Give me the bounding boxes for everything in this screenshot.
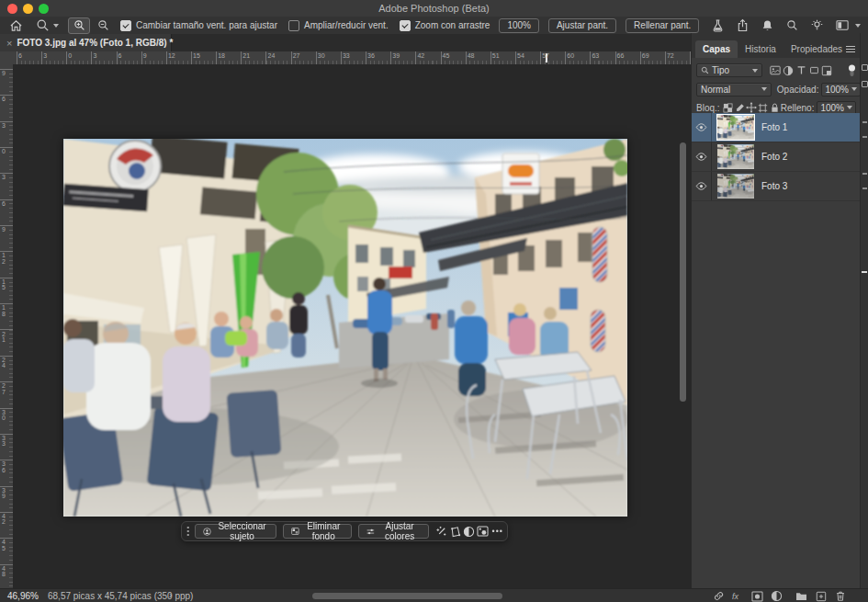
filter-shape-layers-icon[interactable] (807, 64, 820, 77)
taskbar-settings-icon[interactable] (477, 524, 489, 540)
lock-artboard-icon[interactable] (757, 101, 769, 114)
dock-divider-handle[interactable] (862, 271, 867, 273)
layer-row-foto-1[interactable]: Foto 1 (692, 113, 861, 142)
scrubby-zoom-checkbox[interactable] (400, 20, 411, 31)
new-group-icon[interactable] (795, 590, 807, 602)
tab-propiedades[interactable]: Propiedades (783, 40, 850, 58)
transform-icon[interactable] (449, 524, 461, 540)
zoom-windows-checkbox[interactable] (288, 20, 299, 31)
tab-close-icon[interactable]: × (6, 38, 12, 49)
opacity-label: Opacidad: (777, 85, 819, 95)
share-icon[interactable] (737, 17, 749, 34)
opacity-value-box[interactable]: 100% (821, 83, 861, 97)
ruler-label-h: 9 (143, 52, 147, 59)
filter-type-select[interactable]: Tipo (696, 63, 762, 77)
ruler-horizontal[interactable]: 6303691215182124273033363942454851545760… (13, 51, 691, 65)
fill-screen-button[interactable]: Rellenar pant. (626, 18, 699, 33)
zoom-tool-icon[interactable] (36, 17, 50, 34)
fit-screen-button[interactable]: Ajustar pant. (548, 18, 616, 33)
photoshop-window: Adobe Photoshop (Beta) Cambiar tamaño ve… (0, 0, 868, 602)
status-chevron-icon[interactable]: › (169, 590, 172, 600)
more-options-icon[interactable]: ••• (492, 527, 503, 536)
layer-thumbnail[interactable] (717, 144, 754, 169)
resize-windows-checkbox[interactable] (120, 20, 131, 31)
zoom-tool-chevron-icon[interactable] (53, 24, 59, 28)
lock-transparent-pixels-icon[interactable] (723, 101, 735, 114)
ruler-label-v: 3 (2, 175, 11, 181)
resize-windows-label: Cambiar tamaño vent. para ajustar (136, 20, 277, 30)
new-adjustment-layer-icon[interactable] (771, 590, 783, 602)
layer-thumbnail[interactable] (717, 174, 754, 199)
layer-row-foto-3[interactable]: Foto 3 (692, 172, 861, 201)
tab-historia[interactable]: Historia (738, 40, 783, 58)
lock-label: Bloq.: (696, 103, 720, 113)
ruler-label-h: 30 (318, 52, 325, 59)
filter-type-layers-icon[interactable] (795, 64, 807, 77)
ruler-label-h: 51 (492, 52, 500, 59)
document-canvas-photo[interactable] (63, 139, 627, 517)
canvas-area[interactable] (13, 64, 691, 588)
layer-row-foto-2[interactable]: Foto 2 (692, 142, 861, 172)
link-layers-icon[interactable] (713, 590, 725, 602)
ruler-vertical[interactable]: 96303691 21 51 82 12 42 73 03 33 63 94 2… (0, 64, 14, 588)
filter-adjustment-icon[interactable] (782, 64, 795, 77)
title-bar: Adobe Photoshop (Beta) (0, 0, 868, 17)
zoom-out-button[interactable] (97, 17, 109, 34)
adjust-colors-button[interactable]: Ajustar colores (358, 524, 429, 539)
zoom-windows-checkbox-item[interactable]: Ampliar/reducir vent. (288, 20, 389, 31)
ruler-label-v: 3 0 (2, 410, 11, 422)
home-icon[interactable] (9, 17, 23, 34)
document-tab[interactable]: × FOTO 3.jpg al 47% (Foto 1, RGB/8) * (0, 34, 172, 51)
zoom-100-button[interactable]: 100% (499, 18, 539, 33)
filter-pixel-layers-icon[interactable] (769, 64, 782, 77)
adjustment-icon[interactable] (463, 524, 475, 540)
discover-lightbulb-icon[interactable] (811, 17, 823, 34)
filter-smart-object-icon[interactable] (820, 64, 833, 77)
lock-image-pixels-icon[interactable] (734, 101, 746, 114)
layer-visibility-toggle[interactable] (692, 113, 712, 142)
generative-wand-icon[interactable] (435, 524, 447, 540)
blend-mode-value: Normal (701, 85, 730, 95)
delete-layer-icon[interactable] (834, 590, 846, 602)
lock-position-icon[interactable] (746, 101, 758, 114)
layer-thumbnail[interactable] (717, 115, 754, 140)
ruler-label-h: 42 (417, 52, 424, 59)
filter-toggle-switch[interactable] (845, 64, 858, 77)
layer-name[interactable]: Foto 3 (761, 181, 787, 191)
resize-windows-checkbox-item[interactable]: Cambiar tamaño vent. para ajustar (120, 20, 277, 31)
ruler-label-h: 48 (468, 52, 475, 59)
vertical-scrollbar[interactable] (680, 142, 686, 402)
layer-effects-icon[interactable]: fx (732, 592, 738, 601)
ruler-label-h: 3 (43, 52, 47, 59)
remove-background-button[interactable]: Eliminar fondo (283, 524, 352, 539)
workspace-chevron-icon[interactable] (855, 24, 861, 28)
lock-all-icon[interactable] (769, 101, 781, 114)
panel-menu-icon[interactable] (845, 40, 856, 57)
beta-feedback-icon[interactable] (712, 17, 724, 34)
status-zoom-field[interactable]: 46,96% (7, 591, 39, 601)
zoom-in-button[interactable] (68, 17, 90, 34)
scrubby-zoom-checkbox-item[interactable]: Zoom con arrastre (400, 20, 490, 31)
taskbar-drag-handle[interactable] (186, 525, 189, 538)
horizontal-scrollbar[interactable] (312, 593, 502, 599)
tab-capas[interactable]: Capas (695, 40, 738, 58)
ruler-label-v: 0 (2, 149, 11, 155)
layer-visibility-toggle[interactable] (692, 142, 712, 171)
layer-visibility-toggle[interactable] (692, 172, 712, 200)
add-layer-mask-icon[interactable] (751, 590, 763, 602)
blend-mode-select[interactable]: Normal (696, 83, 772, 97)
dock-panel-icon[interactable] (862, 64, 868, 71)
search-icon[interactable] (786, 17, 798, 34)
ruler-label-v: 3 (2, 123, 11, 130)
dock-panel-icon[interactable] (862, 81, 868, 87)
layer-name[interactable]: Foto 2 (761, 152, 787, 162)
ruler-label-h: 45 (443, 52, 450, 59)
select-subject-button[interactable]: Seleccionar sujeto (195, 524, 276, 539)
workspace-switcher-icon[interactable] (836, 17, 850, 34)
layer-name[interactable]: Foto 1 (761, 122, 787, 132)
collapsed-panel-dock (860, 33, 868, 588)
ruler-label-h: 21 (242, 52, 250, 59)
new-layer-icon[interactable] (815, 590, 827, 602)
notifications-bell-icon[interactable] (761, 17, 773, 34)
ruler-label-v: 1 8 (2, 305, 11, 317)
